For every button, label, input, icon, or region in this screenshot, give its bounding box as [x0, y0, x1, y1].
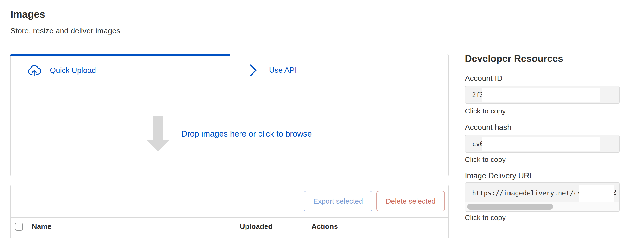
tab-quick-upload[interactable]: Quick Upload	[10, 54, 230, 86]
cloud-upload-icon	[27, 63, 41, 78]
chevron-right-icon	[250, 64, 257, 77]
column-header-name: Name	[32, 222, 52, 231]
horizontal-scrollbar[interactable]	[465, 203, 619, 211]
tab-bar: Quick Upload Use API	[10, 54, 448, 86]
tab-use-api[interactable]: Use API	[230, 54, 449, 86]
page-title: Images	[10, 9, 45, 20]
tab-use-api-label: Use API	[269, 66, 297, 75]
table-header-row: Name Uploaded Actions	[10, 218, 448, 235]
dropzone[interactable]: Drop images here or click to browse	[10, 86, 448, 176]
account-id-label: Account ID	[465, 74, 502, 83]
account-hash-label: Account hash	[465, 123, 512, 132]
account-hash-copybox[interactable]: cv0J	[465, 135, 620, 153]
image-delivery-url-redaction	[579, 185, 614, 203]
tab-quick-upload-label: Quick Upload	[50, 66, 96, 75]
account-id-redaction	[482, 88, 600, 102]
dropzone-text: Drop images here or click to browse	[181, 129, 312, 138]
arrow-down-icon	[147, 116, 169, 152]
account-id-copybox[interactable]: 2f3d	[465, 86, 620, 104]
developer-resources-panel: Developer Resources Account ID 2f3d Clic…	[465, 0, 620, 238]
select-all-checkbox[interactable]	[15, 223, 23, 231]
image-delivery-url-copybox[interactable]: https://imagedelivery.net/cv0JSj 2	[465, 182, 620, 212]
developer-resources-title: Developer Resources	[465, 53, 563, 64]
images-table-panel: Export selected Delete selected Name Upl…	[10, 185, 449, 238]
column-header-uploaded: Uploaded	[240, 222, 273, 231]
image-delivery-url-value: https://imagedelivery.net/cv0JSj	[472, 189, 597, 197]
account-hash-redaction	[482, 137, 600, 151]
export-selected-button[interactable]: Export selected	[304, 191, 372, 211]
dropzone-content: Drop images here or click to browse	[147, 116, 312, 152]
main-content: Images Store, resize and deliver images …	[10, 0, 449, 238]
page-subtitle: Store, resize and deliver images	[10, 26, 120, 35]
image-delivery-url-label: Image Delivery URL	[465, 171, 534, 180]
column-header-actions: Actions	[312, 222, 338, 231]
account-hash-copy-hint: Click to copy	[465, 155, 506, 164]
image-delivery-url-copy-hint: Click to copy	[465, 214, 506, 222]
delete-selected-button[interactable]: Delete selected	[376, 191, 445, 211]
upload-panel: Quick Upload Use API Drop	[10, 54, 449, 176]
horizontal-scrollbar-thumb[interactable]	[467, 204, 553, 210]
active-tab-indicator	[10, 54, 230, 56]
table-toolbar: Export selected Delete selected	[10, 185, 448, 218]
account-id-copy-hint: Click to copy	[465, 107, 506, 115]
